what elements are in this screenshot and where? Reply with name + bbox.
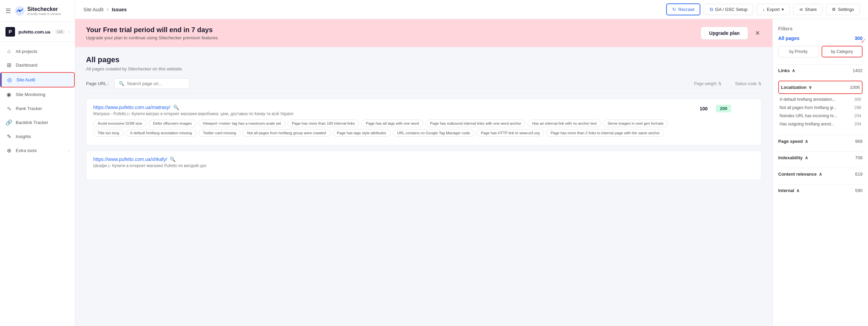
indexability-section-header[interactable]: Indexability ∧ 708	[778, 151, 863, 164]
filter-item[interactable]: X-default hreflang annotation... 300	[778, 95, 863, 104]
page-row-header: https://www.pufetto.com.ua/matrasy/ 🔍 Ма…	[93, 105, 754, 137]
page-url-link[interactable]: https://www.pufetto.com.ua/matrasy/	[93, 105, 170, 110]
sidebar-item-label: Backlink Tracker	[16, 120, 69, 125]
search-page-icon[interactable]: 🔍	[170, 157, 176, 162]
page-content: https://www.pufetto.com.ua/matrasy/ 🔍 Ма…	[93, 105, 700, 137]
export-button[interactable]: ↓ Export ▾	[757, 4, 790, 15]
status-code-badge: 200	[716, 105, 731, 112]
tag-item[interactable]: Viewport <meta> tag has a maximum-scale …	[198, 120, 285, 127]
right-panel: Filters All pages 300 ↓ by Priority by C…	[772, 19, 868, 326]
tag-item[interactable]: Page has HTTP link to www.w3.org	[476, 129, 544, 137]
filter-item-label: X-default hreflang annotation...	[780, 97, 836, 102]
indexability-label: Indexability ∧	[778, 155, 808, 160]
tag-item[interactable]: Page has more than 2 links to internal p…	[546, 129, 664, 137]
page-weight-header[interactable]: Page weight ⇅	[694, 81, 722, 86]
page-speed-section-header[interactable]: Page speed ∧ 969	[778, 135, 863, 147]
filter-item-label: Noindex URL has incoming hr...	[780, 113, 837, 118]
tag-item[interactable]: Page has more than 100 internal links	[288, 120, 360, 127]
content-relevance-section-header[interactable]: Content relevance ∧ 619	[778, 168, 863, 180]
share-button[interactable]: ⊲ Share	[793, 4, 823, 15]
tag-item[interactable]: Title too long	[93, 129, 124, 137]
trial-banner: Your Free trial period will end in 7 day…	[75, 19, 772, 47]
breadcrumb: Site Audit > Issues	[83, 7, 127, 12]
project-selector[interactable]: P pufetto.com.ua UA ›	[0, 22, 75, 42]
links-count: 1402	[853, 68, 863, 73]
chevron-up-icon: ∧	[819, 172, 822, 177]
google-icon: G	[710, 7, 713, 12]
sidebar-item-label: Insights	[16, 134, 69, 139]
sidebar-item-label: All projects	[16, 49, 69, 54]
tag-item[interactable]: Page has outbound internal links with on…	[425, 120, 526, 127]
sidebar: ☰ Sitechecker Proudly made in Ukraine P …	[0, 0, 75, 326]
all-pages-label: All pages	[778, 36, 799, 41]
filter-item[interactable]: Not all pages from hreflang gr... 298	[778, 104, 863, 112]
chevron-up-icon: ∧	[805, 155, 808, 160]
svg-point-1	[19, 10, 21, 12]
filter-item[interactable]: Noindex URL has incoming hr... 204	[778, 112, 863, 120]
search-page-icon[interactable]: 🔍	[173, 105, 179, 110]
backlink-icon: 🔗	[5, 119, 12, 126]
settings-button[interactable]: ⚙ Settings	[826, 4, 860, 15]
sidebar-item-extra-tools[interactable]: ⊕ Extra tools ›	[0, 144, 75, 158]
page-url-link[interactable]: https://www.pufetto.com.ua/shkafy/	[93, 157, 167, 162]
internal-section-header[interactable]: Internal ∧ 590	[778, 184, 863, 196]
hamburger-icon[interactable]: ☰	[5, 7, 11, 15]
project-icon: P	[5, 27, 15, 37]
filter-item-count: 300	[854, 97, 861, 102]
sidebar-item-backlink-tracker[interactable]: 🔗 Backlink Tracker	[0, 116, 75, 130]
table-header: Page URL : 🔍 Page weight ⇅ Status code ⇅	[86, 78, 761, 93]
column-headers: Page weight ⇅ Status code ⇅	[694, 81, 761, 86]
sidebar-item-site-monitoring[interactable]: ◉ Site Monitoring	[0, 87, 75, 101]
tag-item[interactable]: X-default hreflang annotation missing	[126, 129, 197, 137]
all-pages-filter[interactable]: All pages 300	[778, 36, 863, 41]
tag-item[interactable]: Twitter card missing	[198, 129, 240, 137]
recrawl-label: Recrawl	[678, 7, 694, 12]
tag-item[interactable]: Has an internal link with no anchor text	[528, 120, 601, 127]
search-box[interactable]: 🔍	[114, 78, 190, 89]
tag-item[interactable]: Page has alt tags with one word	[361, 120, 423, 127]
close-banner-button[interactable]: ✕	[754, 28, 761, 38]
recrawl-button[interactable]: ↻ Recrawl	[666, 3, 700, 15]
page-title: All pages	[86, 55, 761, 64]
export-icon: ↓	[762, 7, 765, 12]
tag-item[interactable]: Defer offscreen images	[149, 120, 196, 127]
links-section-header[interactable]: Links ∧ 1402	[778, 64, 863, 77]
status-code-header[interactable]: Status code ⇅	[735, 81, 761, 86]
trial-banner-text: Your Free trial period will end in 7 day…	[86, 26, 219, 40]
page-content: https://www.pufetto.com.ua/shkafy/ 🔍 Шка…	[93, 157, 754, 172]
internal-filter-section: Internal ∧ 590	[778, 184, 863, 196]
content-relevance-filter-section: Content relevance ∧ 619	[778, 168, 863, 180]
tag-item[interactable]: URL contains no Google Tag Manager code	[393, 129, 474, 137]
sitechecker-logo	[14, 5, 25, 16]
sidebar-item-dashboard[interactable]: ⊞ Dashboard	[0, 58, 75, 72]
by-category-button[interactable]: by Category	[822, 46, 863, 57]
localization-section-header[interactable]: Localization ∨ 1006	[778, 81, 863, 94]
sidebar-item-rank-tracker[interactable]: ∿ Rank Tracker	[0, 101, 75, 116]
search-input[interactable]	[127, 81, 185, 86]
export-label: Export	[767, 7, 780, 12]
tag-item[interactable]: Page has tags style attributes	[333, 129, 391, 137]
filter-item-count: 204	[854, 113, 861, 118]
sidebar-item-insights[interactable]: ✎ Insights	[0, 130, 75, 144]
page-tags: Avoid excessive DOM size Defer offscreen…	[93, 120, 700, 137]
topbar-actions: ↻ Recrawl G GA / GSC Setup ↓ Export ▾ ⊲ …	[666, 3, 860, 15]
tag-item[interactable]: Serve images in next gen formats	[603, 120, 668, 127]
sidebar-item-site-audit[interactable]: ◎ Site Audit	[0, 72, 75, 87]
table-row: https://www.pufetto.com.ua/matrasy/ 🔍 Ма…	[86, 99, 761, 145]
chevron-right-icon: ›	[68, 29, 69, 34]
ga-gsc-button[interactable]: G GA / GSC Setup	[704, 4, 753, 15]
page-weight-label: Page weight	[694, 81, 717, 86]
tag-item[interactable]: Not all pages from hreflang group were c…	[242, 129, 330, 137]
tag-item[interactable]: Avoid excessive DOM size	[93, 120, 146, 127]
breadcrumb-parent[interactable]: Site Audit	[83, 7, 103, 12]
filter-item[interactable]: Has outgoing hreflang annot... 204	[778, 120, 863, 128]
by-priority-button[interactable]: by Priority	[778, 46, 819, 57]
pages-section: All pages All pages crawled by Sitecheck…	[75, 47, 772, 326]
sidebar-item-all-projects[interactable]: ⌂ All projects	[0, 44, 75, 58]
upgrade-button[interactable]: Upgrade plan	[701, 27, 748, 40]
links-filter-section: Links ∧ 1402	[778, 64, 863, 77]
content-relevance-text: Content relevance	[778, 172, 817, 177]
sidebar-item-label: Extra tools	[16, 148, 65, 153]
sidebar-item-label: Site Audit	[16, 77, 69, 82]
sort-icon: ⇅	[758, 81, 761, 86]
